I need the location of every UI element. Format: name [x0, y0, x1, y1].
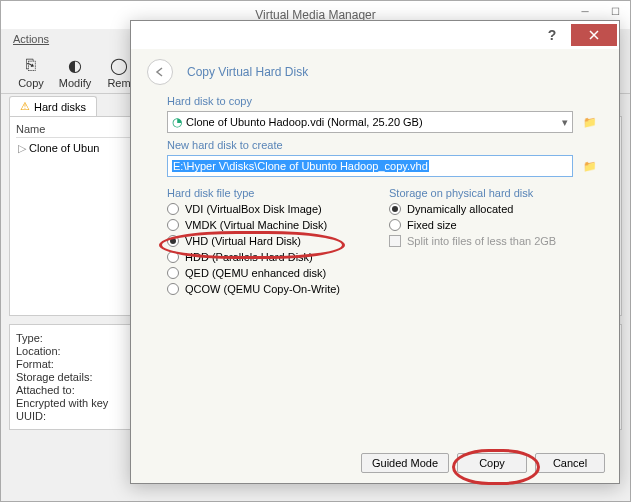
- dialog-titlebar: ?: [131, 21, 619, 49]
- maximize-button[interactable]: ☐: [600, 1, 630, 21]
- filetype-label: Hard disk file type: [167, 187, 379, 199]
- toolbar-copy-label: Copy: [18, 77, 44, 89]
- cancel-button[interactable]: Cancel: [535, 453, 605, 473]
- radio-hdd-label: HDD (Parallels Hard Disk): [185, 251, 313, 263]
- radio-dynamic-label: Dynamically allocated: [407, 203, 513, 215]
- back-button[interactable]: [147, 59, 173, 85]
- file-type-group: Hard disk file type VDI (VirtualBox Disk…: [167, 187, 379, 299]
- checkbox-split-label: Split into files of less than 2GB: [407, 235, 556, 247]
- storage-label: Storage on physical hard disk: [389, 187, 601, 199]
- remove-icon: ◯: [107, 53, 131, 77]
- section-copy-disk: Hard disk to copy ◔ Clone of Ubunto Hado…: [131, 91, 619, 135]
- folder-up-icon: 📁: [583, 116, 597, 129]
- dialog-header: Copy Virtual Hard Disk: [131, 49, 619, 91]
- radio-qcow[interactable]: QCOW (QEMU Copy-On-Write): [167, 283, 379, 295]
- radio-dynamic[interactable]: Dynamically allocated: [389, 203, 601, 215]
- browse-source-button[interactable]: 📁: [579, 111, 601, 133]
- radio-vmdk[interactable]: VMDK (Virtual Machine Disk): [167, 219, 379, 231]
- new-disk-path-value: E:\Hyper V\disks\Clone of Ubunto Hadoop_…: [172, 160, 429, 172]
- guided-mode-button[interactable]: Guided Mode: [361, 453, 449, 473]
- storage-group: Storage on physical hard disk Dynamicall…: [389, 187, 601, 299]
- toolbar-modify-label: Modify: [59, 77, 91, 89]
- browse-dest-button[interactable]: 📁: [579, 155, 601, 177]
- radio-icon: [389, 203, 401, 215]
- disk-icon: ◔: [172, 115, 182, 129]
- radio-vhd-label: VHD (Virtual Hard Disk): [185, 235, 301, 247]
- dialog-footer: Guided Mode Copy Cancel: [361, 453, 605, 473]
- copy-wizard-dialog: ? Copy Virtual Hard Disk Hard disk to co…: [130, 20, 620, 484]
- tab-label: Hard disks: [34, 101, 86, 113]
- radio-fixed[interactable]: Fixed size: [389, 219, 601, 231]
- dialog-heading: Copy Virtual Hard Disk: [187, 65, 308, 79]
- radio-qed-label: QED (QEMU enhanced disk): [185, 267, 326, 279]
- new-disk-path-input[interactable]: E:\Hyper V\disks\Clone of Ubunto Hadoop_…: [167, 155, 573, 177]
- radio-vmdk-label: VMDK (Virtual Machine Disk): [185, 219, 327, 231]
- radio-hdd[interactable]: HDD (Parallels Hard Disk): [167, 251, 379, 263]
- toolbar-copy-button[interactable]: ⎘ Copy: [11, 53, 51, 89]
- modify-icon: ◐: [63, 53, 87, 77]
- radio-vdi-label: VDI (VirtualBox Disk Image): [185, 203, 322, 215]
- radio-icon: [167, 267, 179, 279]
- copy-disk-value: Clone of Ubunto Hadoop.vdi (Normal, 25.2…: [186, 116, 423, 128]
- arrow-left-icon: [154, 66, 166, 78]
- radio-qcow-label: QCOW (QEMU Copy-On-Write): [185, 283, 340, 295]
- checkbox-split: Split into files of less than 2GB: [389, 235, 601, 247]
- warning-icon: ⚠: [20, 100, 30, 113]
- toolbar-modify-button[interactable]: ◐ Modify: [55, 53, 95, 89]
- copy-icon: ⎘: [19, 53, 43, 77]
- toolbar-remove-label: Rem: [107, 77, 130, 89]
- radio-vdi[interactable]: VDI (VirtualBox Disk Image): [167, 203, 379, 215]
- options-row: Hard disk file type VDI (VirtualBox Disk…: [131, 179, 619, 299]
- radio-icon: [167, 235, 179, 247]
- dialog-close-button[interactable]: [571, 24, 617, 46]
- folder-icon: 📁: [583, 160, 597, 173]
- copy-button[interactable]: Copy: [457, 453, 527, 473]
- section-new-disk: New hard disk to create E:\Hyper V\disks…: [131, 135, 619, 179]
- checkbox-icon: [389, 235, 401, 247]
- new-disk-label: New hard disk to create: [167, 139, 601, 151]
- dialog-help-button[interactable]: ?: [533, 24, 571, 46]
- close-icon: [588, 29, 600, 41]
- radio-icon: [389, 219, 401, 231]
- radio-vhd[interactable]: VHD (Virtual Hard Disk): [167, 235, 379, 247]
- radio-icon: [167, 203, 179, 215]
- copy-disk-label: Hard disk to copy: [167, 95, 601, 107]
- tab-hard-disks[interactable]: ⚠ Hard disks: [9, 96, 97, 116]
- radio-icon: [167, 283, 179, 295]
- radio-fixed-label: Fixed size: [407, 219, 457, 231]
- copy-disk-combo[interactable]: ◔ Clone of Ubunto Hadoop.vdi (Normal, 25…: [167, 111, 573, 133]
- radio-qed[interactable]: QED (QEMU enhanced disk): [167, 267, 379, 279]
- chevron-down-icon: ▾: [562, 116, 568, 129]
- minimize-button[interactable]: ─: [570, 1, 600, 21]
- radio-icon: [167, 219, 179, 231]
- radio-icon: [167, 251, 179, 263]
